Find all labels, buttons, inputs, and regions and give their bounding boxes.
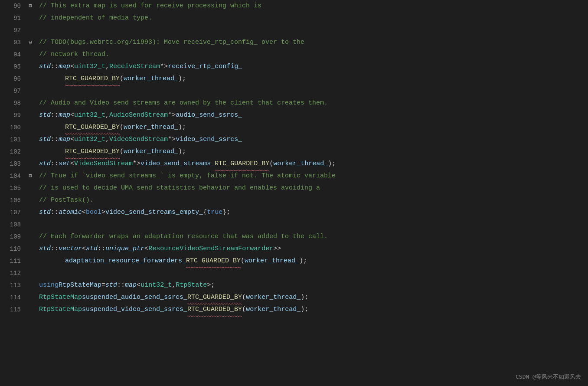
code-content: // This extra map is used for receive pr… — [35, 0, 588, 386]
code-line-110: std::vector<std::unique_ptr<ResourceVide… — [39, 243, 588, 255]
fold-icon-96 — [26, 73, 35, 85]
line-num-105: 105 — [0, 182, 21, 194]
code-line-113: using RtpStateMap = std::map<uint32_t, R… — [39, 279, 588, 291]
fold-icon-94 — [26, 49, 35, 61]
code-line-91: // independent of media type. — [39, 12, 588, 24]
line-num-102: 102 — [0, 146, 21, 158]
line-num-95: 95 — [0, 61, 21, 73]
fold-icon-95 — [26, 61, 35, 73]
fold-icon-109 — [26, 231, 35, 243]
fold-icon-101 — [26, 134, 35, 146]
token-map-95: map — [59, 61, 70, 73]
code-line-115: RtpStateMap suspended_video_send_ssrcs_ … — [39, 304, 588, 316]
fold-icon-114 — [26, 291, 35, 304]
fold-icon-106 — [26, 194, 35, 206]
fold-icon-99 — [26, 109, 35, 121]
code-line-103: std::set<VideoSendStream*> video_send_st… — [39, 158, 588, 170]
code-line-93: // TODO(bugs.webrtc.org/11993): Move rec… — [39, 36, 588, 49]
code-line-98: // Audio and Video send streams are owne… — [39, 97, 588, 109]
comment-90: // This extra map is used for receive pr… — [39, 0, 261, 12]
line-num-115: 115 — [0, 304, 21, 316]
line-num-111: 111 — [0, 255, 21, 267]
fold-icon-108 — [26, 219, 35, 231]
line-num-103: 103 — [0, 158, 21, 170]
line-num-108: 108 — [0, 219, 21, 231]
line-num-100: 100 — [0, 121, 21, 134]
line-num-94: 94 — [0, 49, 21, 61]
fold-icon-102 — [26, 146, 35, 158]
code-line-102: RTC_GUARDED_BY(worker_thread_); — [39, 146, 588, 158]
token-std-95: std — [39, 61, 51, 73]
code-line-100: RTC_GUARDED_BY(worker_thread_); — [39, 121, 588, 134]
comment-91: // independent of media type. — [39, 12, 152, 24]
fold-icon-115 — [26, 304, 35, 316]
fold-icon-93[interactable]: ⊟ — [26, 36, 35, 49]
code-line-92 — [39, 24, 588, 36]
fold-icon-113 — [26, 279, 35, 291]
code-line-109: // Each forwarder wraps an adaptation re… — [39, 231, 588, 243]
code-line-111: adaptation_resource_forwarders_ RTC_GUAR… — [39, 255, 588, 267]
code-line-97 — [39, 85, 588, 97]
line-num-110: 110 — [0, 243, 21, 255]
fold-icon-100 — [26, 121, 35, 134]
fold-icon-110 — [26, 243, 35, 255]
code-line-95: std::map<uint32_t, ReceiveStream*> recei… — [39, 61, 588, 73]
fold-icon-107 — [26, 206, 35, 219]
line-num-97: 97 — [0, 85, 21, 97]
line-num-98: 98 — [0, 97, 21, 109]
code-line-99: std::map<uint32_t, AudioSendStream*> aud… — [39, 109, 588, 121]
comment-98: // Audio and Video send streams are owne… — [39, 97, 328, 109]
fold-icon-97 — [26, 85, 35, 97]
line-num-109: 109 — [0, 231, 21, 243]
code-line-114: RtpStateMap suspended_audio_send_ssrcs_ … — [39, 291, 588, 304]
fold-icon-111 — [26, 255, 35, 267]
fold-icon-90[interactable]: ⊟ — [26, 0, 35, 12]
comment-93: // TODO(bugs.webrtc.org/11993): Move rec… — [39, 36, 304, 49]
watermark: CSDN @等风来不如迎风去 — [516, 373, 581, 381]
code-line-108 — [39, 219, 588, 231]
line-num-92: 92 — [0, 24, 21, 36]
fold-icon-112 — [26, 267, 35, 279]
fold-icon-92 — [26, 24, 35, 36]
fold-icon-103 — [26, 158, 35, 170]
code-line-106: // PostTask(). — [39, 194, 588, 206]
code-line-90: // This extra map is used for receive pr… — [39, 0, 588, 12]
code-line-96: RTC_GUARDED_BY(worker_thread_); — [39, 73, 588, 85]
fold-icon-105 — [26, 182, 35, 194]
comment-94: // network thread. — [39, 49, 109, 61]
line-num-104: 104 — [0, 170, 21, 182]
line-num-107: 107 — [0, 206, 21, 219]
line-num-114: 114 — [0, 291, 21, 304]
code-line-94: // network thread. — [39, 49, 588, 61]
line-num-112: 112 — [0, 267, 21, 279]
code-editor: 90 91 92 93 94 95 96 97 98 99 100 101 10… — [0, 0, 588, 386]
fold-icon-91 — [26, 12, 35, 24]
line-num-96: 96 — [0, 73, 21, 85]
code-line-105: // is used to decide UMA send statistics… — [39, 182, 588, 194]
line-numbers: 90 91 92 93 94 95 96 97 98 99 100 101 10… — [0, 0, 26, 386]
fold-gutter: ⊟ ⊟ ⊟ — [26, 0, 35, 386]
line-num-91: 91 — [0, 12, 21, 24]
line-num-99: 99 — [0, 109, 21, 121]
code-line-107: std::atomic<bool> video_send_streams_emp… — [39, 206, 588, 219]
code-line-112 — [39, 267, 588, 279]
fold-icon-98 — [26, 97, 35, 109]
code-line-101: std::map<uint32_t, VideoSendStream*> vid… — [39, 134, 588, 146]
line-num-101: 101 — [0, 134, 21, 146]
line-num-90: 90 — [0, 0, 21, 12]
code-line-104: // True if `video_send_streams_` is empt… — [39, 170, 588, 182]
fold-icon-104[interactable]: ⊟ — [26, 170, 35, 182]
line-num-93: 93 — [0, 36, 21, 49]
line-num-113: 113 — [0, 279, 21, 291]
line-num-106: 106 — [0, 194, 21, 206]
